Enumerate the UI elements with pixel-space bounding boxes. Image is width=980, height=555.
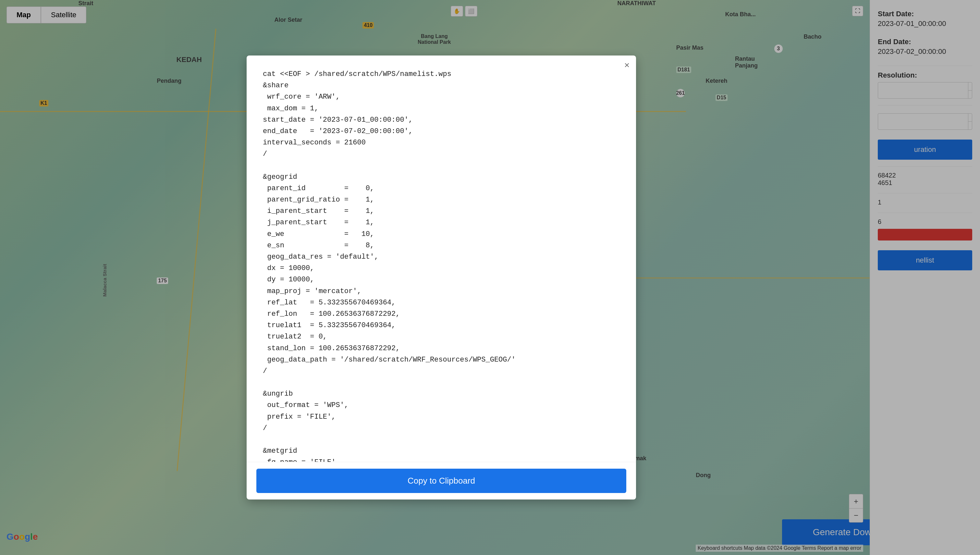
copy-to-clipboard-button[interactable]: Copy to Clipboard xyxy=(256,469,626,493)
modal-overlay[interactable]: × cat <<EOF > /shared/scratch/WPS/nameli… xyxy=(0,0,980,555)
code-content: cat <<EOF > /shared/scratch/WPS/namelist… xyxy=(263,69,620,462)
code-modal: × cat <<EOF > /shared/scratch/WPS/nameli… xyxy=(247,56,636,499)
modal-body: cat <<EOF > /shared/scratch/WPS/namelist… xyxy=(247,56,636,462)
modal-footer: Copy to Clipboard xyxy=(247,462,636,499)
modal-close-button[interactable]: × xyxy=(625,61,629,70)
